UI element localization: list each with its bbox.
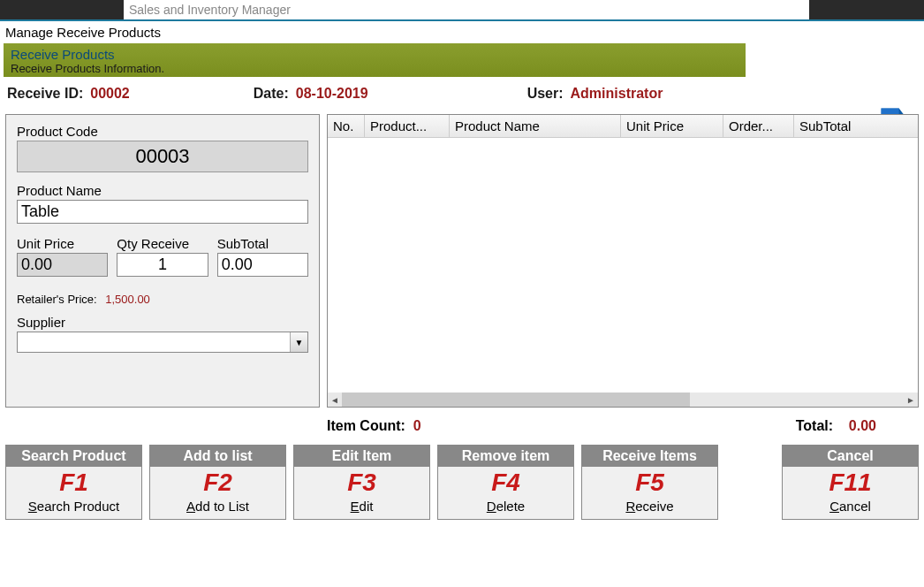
btn-key: F1 (6, 467, 141, 497)
btn-header: Search Product (6, 446, 141, 467)
btn-header: Cancel (783, 446, 918, 467)
function-buttons-row: Search Product F1 Search Product Add to … (0, 439, 924, 525)
add-to-list-button[interactable]: Add to list F2 Add to List (149, 445, 286, 520)
titlebar-left-dark (0, 0, 124, 19)
section-title: Receive Products (11, 47, 738, 62)
btn-key: F5 (582, 467, 717, 497)
btn-key: F3 (294, 467, 429, 497)
btn-key: F11 (783, 467, 918, 497)
total-label: Total: (796, 418, 833, 434)
info-row: Receive ID: 00002 Date: 08-10-2019 User:… (0, 77, 924, 105)
scroll-left-icon[interactable]: ◄ (328, 395, 342, 405)
col-header-order-qty[interactable]: Order... (723, 115, 794, 137)
edit-item-button[interactable]: Edit Item F3 Edit (293, 445, 430, 520)
retailer-price-row: Retailer's Price: 1,500.00 (17, 293, 308, 306)
items-grid: No. Product... Product Name Unit Price O… (327, 114, 919, 408)
titlebar-right-dark (809, 0, 924, 19)
btn-header: Receive Items (582, 446, 717, 467)
section-header: Receive Products Receive Products Inform… (4, 43, 746, 77)
grid-body[interactable] (328, 138, 918, 393)
subtotal-label: SubTotal (217, 236, 308, 251)
btn-header: Add to list (150, 446, 285, 467)
cancel-button[interactable]: Cancel F11 Cancel (782, 445, 919, 520)
scroll-track[interactable] (342, 393, 904, 407)
btn-action: Edit (294, 497, 429, 519)
scroll-thumb[interactable] (342, 393, 690, 407)
btn-action: Delete (438, 497, 573, 519)
supplier-select[interactable]: ▼ (17, 332, 308, 353)
remove-item-button[interactable]: Remove item F4 Delete (437, 445, 574, 520)
item-count-label: Item Count: (327, 418, 405, 434)
btn-action: Receive (582, 497, 717, 519)
page-subtitle: Manage Receive Products (0, 21, 924, 43)
col-header-product-name[interactable]: Product Name (450, 115, 621, 137)
col-header-product-code[interactable]: Product... (365, 115, 450, 137)
col-header-subtotal[interactable]: SubTotal (794, 115, 918, 137)
col-header-no[interactable]: No. (328, 115, 365, 137)
date-label: Date: (254, 86, 289, 102)
horizontal-scrollbar[interactable]: ◄ ► (328, 393, 918, 407)
retailer-price-label: Retailer's Price: (17, 293, 97, 306)
btn-key: F4 (438, 467, 573, 497)
col-header-unit-price[interactable]: Unit Price (621, 115, 723, 137)
section-subtitle: Receive Products Information. (11, 62, 738, 75)
unit-price-label: Unit Price (17, 236, 108, 251)
receive-items-button[interactable]: Receive Items F5 Receive (581, 445, 718, 520)
receive-id-label: Receive ID: (7, 86, 83, 102)
user-value: Administrator (571, 86, 663, 102)
qty-receive-input[interactable] (117, 253, 208, 277)
supplier-label: Supplier (17, 315, 308, 330)
btn-header: Remove item (438, 446, 573, 467)
date-value: 08-10-2019 (296, 86, 368, 102)
grid-header-row: No. Product... Product Name Unit Price O… (328, 115, 918, 138)
product-code-display: 00003 (17, 141, 308, 172)
item-count-value: 0 (413, 418, 421, 434)
total-value: 0.00 (849, 418, 876, 434)
product-code-label: Product Code (17, 124, 308, 139)
subtotal-input[interactable] (217, 253, 308, 277)
product-form-panel: Product Code 00003 Product Name Unit Pri… (5, 114, 320, 408)
btn-header: Edit Item (294, 446, 429, 467)
totals-row: Item Count: 0 Total: 0.00 (0, 413, 924, 439)
product-name-label: Product Name (17, 183, 308, 198)
user-label: User: (527, 86, 564, 102)
title-bar: Sales and Inventory Manager (0, 0, 924, 21)
search-product-button[interactable]: Search Product F1 Search Product (5, 445, 142, 520)
receive-id-value: 00002 (90, 86, 130, 102)
qty-receive-label: Qty Receive (117, 236, 208, 251)
unit-price-input[interactable] (17, 253, 108, 277)
product-name-input[interactable] (17, 200, 308, 224)
chevron-down-icon[interactable]: ▼ (290, 332, 307, 352)
scroll-right-icon[interactable]: ► (904, 395, 918, 405)
retailer-price-value: 1,500.00 (105, 293, 150, 306)
btn-action: Add to List (150, 497, 285, 519)
window-title: Sales and Inventory Manager (124, 3, 809, 17)
btn-action: Search Product (6, 497, 141, 519)
btn-action: Cancel (783, 497, 918, 519)
btn-key: F2 (150, 467, 285, 497)
